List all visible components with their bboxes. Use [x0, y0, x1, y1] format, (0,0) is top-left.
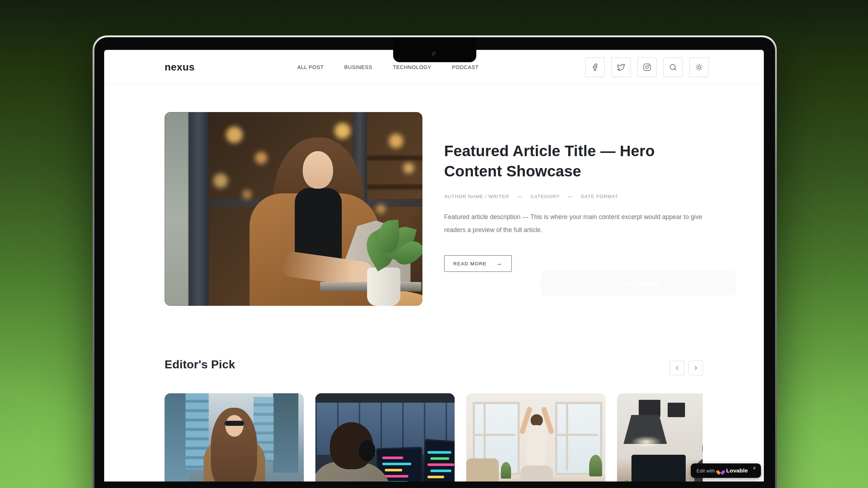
theme-toggle-button[interactable] [689, 57, 709, 77]
carousel-controls [670, 361, 703, 375]
nav-item-all-post[interactable]: ALL POST [297, 64, 324, 70]
editors-pick-heading: Editor's Pick [165, 358, 235, 371]
editors-pick-card-developer[interactable] [315, 393, 455, 481]
chevron-right-icon [693, 365, 699, 371]
author-name[interactable]: AUTHOR NAME / WRITER [444, 194, 509, 199]
editors-pick-card-home-office[interactable] [617, 393, 703, 481]
bokeh-light [213, 174, 228, 188]
bokeh-light [255, 152, 267, 164]
bokeh-light [242, 190, 252, 199]
read-more-label: READ MORE [453, 261, 487, 266]
nav-item-technology[interactable]: TECHNOLOGY [393, 64, 431, 70]
bokeh-light [226, 127, 243, 143]
nav-item-podcast[interactable]: PODCAST [452, 64, 479, 70]
bokeh-light [376, 204, 386, 214]
facebook-button[interactable] [585, 57, 605, 77]
editors-pick-card-street-fashion[interactable] [165, 393, 304, 481]
laptop-screen: nexus ALL POST BUSINESS TECHNOLOGY PODCA… [104, 50, 764, 481]
instagram-button[interactable] [637, 57, 657, 77]
header-icon-buttons [585, 57, 709, 77]
laptop-bezel: nexus ALL POST BUSINESS TECHNOLOGY PODCA… [94, 37, 775, 488]
search-button[interactable] [663, 57, 683, 77]
twitter-button[interactable] [611, 57, 631, 77]
twitter-icon [617, 63, 625, 71]
cafe-window-frame [188, 112, 209, 306]
sun-theme-icon [695, 63, 703, 71]
carousel-prev-button[interactable] [670, 361, 684, 375]
editors-pick-carousel [165, 393, 703, 481]
shelf [367, 184, 422, 189]
laptop-frame: nexus ALL POST BUSINESS TECHNOLOGY PODCA… [93, 35, 777, 488]
woman-turtleneck [295, 188, 342, 264]
lovable-edit-badge[interactable]: Edit with Lovable × [691, 463, 761, 478]
featured-article-image[interactable] [165, 112, 422, 306]
brand-logo[interactable]: nexus [165, 50, 195, 84]
read-more-button[interactable]: READ MORE → [444, 255, 512, 272]
bokeh-light [403, 163, 414, 174]
plant-pot [367, 267, 400, 306]
webcam-icon [432, 52, 437, 57]
lovable-badge-prefix: Edit with [697, 468, 715, 474]
featured-article-meta: AUTHOR NAME / WRITER — CATEGORY — DATE F… [444, 194, 618, 199]
close-icon[interactable]: × [753, 465, 756, 471]
street-outside [165, 112, 188, 306]
arrow-right-icon: → [496, 260, 503, 267]
meta-separator: — [517, 194, 522, 199]
search-icon [669, 63, 677, 71]
carousel-next-button[interactable] [689, 361, 703, 375]
bokeh-light [335, 123, 350, 139]
facebook-icon [591, 63, 599, 71]
nav-item-business[interactable]: BUSINESS [344, 64, 372, 70]
category-label[interactable]: CATEGORY [531, 194, 560, 199]
featured-article-title[interactable]: Featured Article Title — Hero Content Sh… [444, 141, 683, 181]
chevron-left-icon [674, 365, 680, 371]
laptop-notch [393, 37, 476, 62]
desktop-wallpaper: { "colors":{"bg_top":"#131f0c","bg_botto… [0, 0, 868, 488]
carousel-track [165, 393, 703, 481]
ghost-get-started-button[interactable]: Get Started [541, 270, 736, 296]
featured-article-description: Featured article description — This is w… [444, 210, 708, 236]
lovable-heart-icon [718, 468, 723, 474]
date-label: DATE FORMAT [581, 194, 618, 199]
bokeh-light [389, 134, 403, 148]
meta-separator: — [567, 194, 573, 199]
shelf [367, 155, 422, 160]
instagram-icon [643, 63, 651, 71]
editors-pick-card-yoga[interactable] [466, 393, 605, 481]
woman-face [303, 151, 333, 189]
lovable-brand-label: Lovable [726, 467, 748, 474]
